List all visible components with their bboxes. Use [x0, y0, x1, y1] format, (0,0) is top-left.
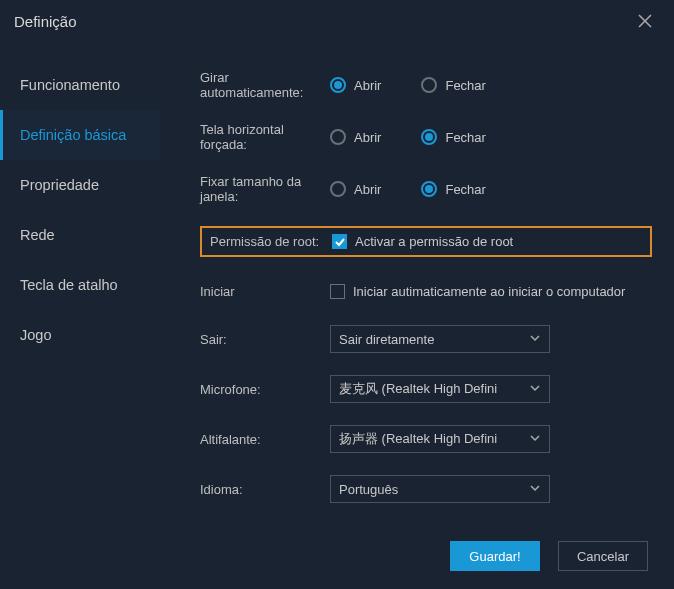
radio-icon	[330, 181, 346, 197]
label-horizontal: Tela horizontal forçada:	[200, 122, 330, 152]
radio-label: Fechar	[445, 78, 485, 93]
sidebar-item-label: Jogo	[20, 327, 51, 343]
radio-label: Abrir	[354, 130, 381, 145]
row-horizontal: Tela horizontal forçada: Abrir Fechar	[200, 122, 652, 152]
settings-panel: Girar automaticamente: Abrir Fechar Tela…	[160, 42, 674, 589]
radio-fixsize-open[interactable]: Abrir	[330, 181, 381, 197]
sidebar-item-label: Definição básica	[20, 127, 126, 143]
select-exit[interactable]: Sair diretamente	[330, 325, 550, 353]
sidebar-item-funcionamento[interactable]: Funcionamento	[0, 60, 160, 110]
select-lang[interactable]: Português	[330, 475, 550, 503]
select-mic[interactable]: 麦克风 (Realtek High Defini	[330, 375, 550, 403]
radio-label: Abrir	[354, 182, 381, 197]
sidebar-item-label: Rede	[20, 227, 55, 243]
row-mic: Microfone: 麦克风 (Realtek High Defini	[200, 375, 652, 403]
sidebar-item-label: Funcionamento	[20, 77, 120, 93]
row-exit: Sair: Sair diretamente	[200, 325, 652, 353]
label-rotate: Girar automaticamente:	[200, 70, 330, 100]
checkbox-root-label: Activar a permissão de root	[355, 234, 513, 249]
sidebar-item-tecla-de-atalho[interactable]: Tecla de atalho	[0, 260, 160, 310]
select-value: 扬声器 (Realtek High Defini	[339, 430, 497, 448]
select-value: Sair diretamente	[339, 332, 434, 347]
select-value: 麦克风 (Realtek High Defini	[339, 380, 497, 398]
radio-icon	[330, 129, 346, 145]
row-speaker: Altifalante: 扬声器 (Realtek High Defini	[200, 425, 652, 453]
row-root-permission: Permissão de root: Activar a permissão d…	[200, 226, 652, 257]
close-icon	[638, 14, 652, 28]
sidebar-item-rede[interactable]: Rede	[0, 210, 160, 260]
label-mic: Microfone:	[200, 382, 330, 397]
window-title: Definição	[14, 13, 630, 30]
label-fixsize: Fixar tamanho da janela:	[200, 174, 330, 204]
radio-rotate-open[interactable]: Abrir	[330, 77, 381, 93]
sidebar-item-label: Tecla de atalho	[20, 277, 118, 293]
cancel-button[interactable]: Cancelar	[558, 541, 648, 571]
radio-label: Abrir	[354, 78, 381, 93]
chevron-down-icon	[529, 482, 541, 497]
radio-icon	[330, 77, 346, 93]
radio-horizontal-open[interactable]: Abrir	[330, 129, 381, 145]
radio-icon	[421, 77, 437, 93]
chevron-down-icon	[529, 332, 541, 347]
radio-icon	[421, 129, 437, 145]
sidebar-item-propriedade[interactable]: Propriedade	[0, 160, 160, 210]
radio-label: Fechar	[445, 130, 485, 145]
row-start: Iniciar Iniciar autimaticamente ao inici…	[200, 279, 652, 303]
save-button[interactable]: Guardar!	[450, 541, 540, 571]
close-button[interactable]	[630, 6, 660, 36]
chevron-down-icon	[529, 382, 541, 397]
sidebar: Funcionamento Definição básica Proprieda…	[0, 42, 160, 589]
radio-horizontal-close[interactable]: Fechar	[421, 129, 485, 145]
button-label: Guardar!	[469, 549, 520, 564]
row-fixsize: Fixar tamanho da janela: Abrir Fechar	[200, 174, 652, 204]
sidebar-item-jogo[interactable]: Jogo	[0, 310, 160, 360]
radio-icon	[421, 181, 437, 197]
button-label: Cancelar	[577, 549, 629, 564]
check-icon	[335, 237, 345, 247]
select-value: Português	[339, 482, 398, 497]
label-lang: Idioma:	[200, 482, 330, 497]
checkbox-autostart-label: Iniciar autimaticamente ao iniciar o com…	[353, 284, 625, 299]
select-speaker[interactable]: 扬声器 (Realtek High Defini	[330, 425, 550, 453]
sidebar-item-label: Propriedade	[20, 177, 99, 193]
radio-rotate-close[interactable]: Fechar	[421, 77, 485, 93]
radio-fixsize-close[interactable]: Fechar	[421, 181, 485, 197]
sidebar-item-definicao-basica[interactable]: Definição básica	[0, 110, 160, 160]
checkbox-root[interactable]	[332, 234, 347, 249]
row-rotate: Girar automaticamente: Abrir Fechar	[200, 70, 652, 100]
footer-buttons: Guardar! Cancelar	[450, 541, 648, 571]
label-root: Permissão de root:	[210, 234, 332, 249]
radio-label: Fechar	[445, 182, 485, 197]
label-exit: Sair:	[200, 332, 330, 347]
chevron-down-icon	[529, 432, 541, 447]
checkbox-autostart[interactable]	[330, 284, 345, 299]
label-start: Iniciar	[200, 284, 330, 299]
titlebar: Definição	[0, 0, 674, 42]
row-lang: Idioma: Português	[200, 475, 652, 503]
label-speaker: Altifalante:	[200, 432, 330, 447]
